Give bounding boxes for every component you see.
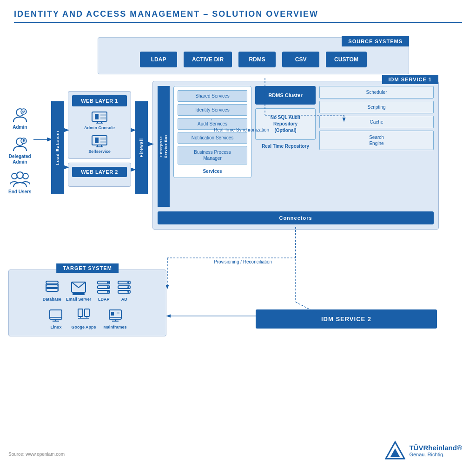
load-balancer: Load Balancer [51, 101, 64, 194]
svg-point-40 [127, 291, 129, 293]
svg-rect-45 [78, 309, 83, 316]
selfservice-icon [91, 135, 108, 148]
firewall: Firewall [135, 101, 148, 194]
admin-icon [12, 107, 28, 124]
load-balancer-label: Load Balancer [55, 130, 60, 165]
svg-rect-46 [85, 309, 89, 316]
selfservice-item: Selfservice [72, 135, 127, 154]
target-google-apps: Googe Apps [71, 308, 96, 329]
target-ad: AD [116, 280, 132, 302]
endusers-icon [10, 171, 30, 188]
target-ldap-icon [96, 280, 112, 296]
admin-console-item: Admin Console [72, 111, 127, 130]
identity-services-item: Identity Services [178, 104, 247, 116]
svg-rect-18 [100, 141, 106, 143]
esb-bar: EnterpriseService Bus [158, 86, 170, 207]
source-custom: CUSTOM [326, 52, 367, 67]
web-layer2-header: WEB LAYER 2 [72, 167, 127, 177]
target-system-label: TARGET SYSTEM [56, 263, 119, 273]
target-linux: Linux [48, 308, 64, 329]
source-rdms: RDMS [238, 52, 276, 67]
tuv-logo: TÜVRheinland® Genau. Richtig. [385, 440, 462, 460]
title-divider [14, 22, 462, 23]
svg-point-38 [127, 282, 129, 283]
scripting-item: Scripting [319, 101, 434, 113]
source-systems-section: SOURCE SYSTEMS LDAP ACTIVE DIR RDMS CSV … [98, 32, 409, 74]
svg-rect-15 [92, 136, 107, 145]
source-systems-label: SOURCE SYSTEMS [342, 36, 409, 46]
target-ldap: LDAP [96, 280, 112, 302]
scheduler-item: Scheduler [319, 86, 434, 99]
source-csv: CSV [282, 52, 319, 67]
services-label: Services [178, 167, 247, 176]
web-layer1-box: WEB LAYER 1 Admin Console [68, 91, 131, 159]
svg-rect-23 [46, 285, 58, 288]
admin-console-label: Admin Console [84, 125, 115, 130]
connectors-bar: Connectors [158, 211, 434, 224]
admin-console-icon [91, 111, 108, 124]
target-ldap-label: LDAP [98, 297, 110, 302]
mainframes-icon [107, 308, 123, 324]
tuv-triangle-icon [385, 440, 405, 460]
rdms-nosql-col: RDMS Cluster No SQL AuditRepository(Opti… [255, 86, 316, 149]
svg-rect-24 [46, 289, 58, 291]
svg-point-39 [127, 286, 129, 288]
source-credit: Source: www.openiam.com [8, 452, 65, 457]
source-activedir: ACTIVE DIR [184, 52, 232, 67]
idm-service1-inner: EnterpriseService Bus Shared Services Id… [158, 86, 434, 207]
svg-rect-8 [92, 112, 107, 121]
source-ldap: LDAP [140, 52, 177, 67]
web-layer1-header: WEB LAYER 1 [72, 95, 127, 106]
mainframes-label: Mainframes [104, 325, 127, 329]
right-services-col: Scheduler Scripting Cache SearchEngine [319, 86, 434, 150]
target-emailserver: Email Server [66, 280, 92, 302]
shared-services-item: Shared Services [178, 90, 247, 102]
svg-point-33 [107, 286, 109, 288]
delegated-admin-icon [12, 136, 28, 153]
selfservice-label: Selfservice [88, 149, 111, 154]
target-system-box: TARGET SYSTEM Database [8, 270, 166, 336]
linux-icon [48, 308, 64, 324]
svg-rect-41 [50, 310, 62, 319]
tuv-brand: TÜVRheinland® [409, 444, 462, 452]
database-icon [44, 280, 60, 296]
svg-marker-73 [390, 448, 400, 457]
svg-rect-11 [100, 117, 106, 119]
sync-label: Real Time Synchronization [214, 127, 269, 132]
delegated-label: DelegatedAdmin [9, 154, 31, 165]
target-row1: Database Email Server [15, 280, 159, 302]
email-server-icon [71, 280, 86, 296]
notification-services-item: Notification Services [178, 132, 247, 144]
target-database: Database [43, 280, 61, 302]
user-admin: Admin [12, 107, 28, 130]
user-endusers: End Users [8, 171, 31, 194]
svg-rect-16 [95, 138, 99, 143]
idm-service2-box: IDM SERVICE 2 [256, 309, 437, 329]
idm-service1-label: IDM SERVICE 1 [382, 75, 439, 84]
target-ad-label: AD [121, 297, 127, 302]
svg-point-32 [107, 282, 109, 283]
svg-rect-22 [46, 281, 58, 284]
firewall-label: Firewall [139, 138, 144, 158]
esb-label: EnterpriseService Bus [159, 134, 168, 158]
svg-point-5 [12, 173, 17, 179]
cache-item: Cache [319, 116, 434, 128]
svg-rect-55 [117, 312, 119, 314]
admin-label: Admin [13, 125, 27, 130]
svg-point-7 [17, 172, 23, 178]
svg-point-34 [107, 291, 109, 293]
tuv-tagline: Genau. Richtig. [409, 452, 462, 457]
svg-rect-50 [109, 310, 121, 319]
linux-label: Linux [50, 325, 61, 329]
email-server-label: Email Server [66, 297, 92, 302]
endusers-label: End Users [8, 189, 31, 194]
target-mainframes: Mainframes [104, 308, 127, 329]
target-row2: Linux Googe Apps [15, 308, 159, 329]
svg-rect-9 [95, 114, 99, 119]
google-apps-label: Googe Apps [71, 325, 96, 329]
page: IDENTITY AND ACCESS MANAGEMENT – SOLUTIO… [0, 0, 476, 467]
svg-point-6 [23, 173, 28, 179]
provisioning-label: Provisioning / Reconciliation [214, 259, 272, 264]
idm-service1-area: IDM SERVICE 1 EnterpriseService Bus Shar… [152, 81, 439, 230]
target-ad-icon [116, 280, 132, 296]
